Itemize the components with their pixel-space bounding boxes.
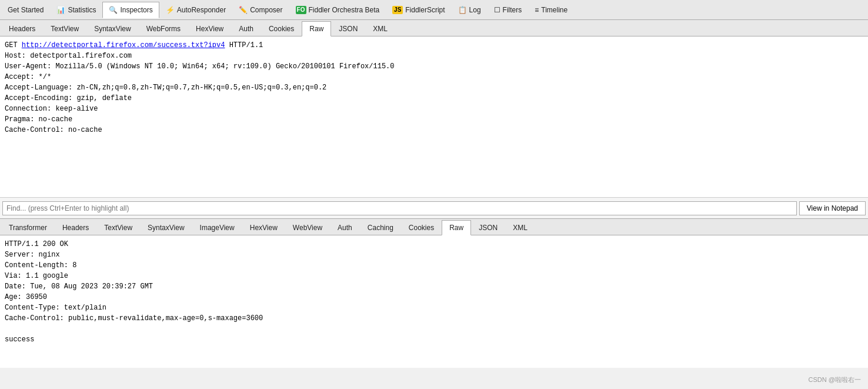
request-panel: GET http://detectportal.firefox.com/succ… (0, 36, 868, 219)
inspectors-label: Inspectors (120, 6, 152, 14)
timeline-icon: ≡ (535, 6, 539, 14)
log-label: Log (469, 6, 481, 14)
res-tab-transformer[interactable]: Transformer (1, 220, 55, 235)
get-started-label: Get Started (8, 6, 44, 14)
nav-log[interactable]: 📋 Log (452, 2, 488, 18)
response-content: HTTP/1.1 200 OK Server: nginx Content-Le… (0, 235, 868, 368)
autoresponder-label: AutoResponder (177, 6, 226, 14)
request-headers: Host: detectportal.firefox.com User-Agen… (5, 52, 395, 134)
request-tab-bar: Headers TextView SyntaxView WebForms Hex… (0, 20, 868, 36)
res-tab-textview[interactable]: TextView (96, 220, 140, 235)
filters-label: Filters (503, 6, 522, 14)
log-icon: 📋 (458, 6, 467, 14)
fiddler-orchestra-label: Fiddler Orchestra Beta (309, 6, 380, 14)
res-tab-xml[interactable]: XML (505, 220, 535, 235)
js-badge-icon: JS (392, 6, 403, 14)
filters-icon: ☐ (494, 6, 500, 14)
timeline-label: Timeline (541, 6, 567, 14)
view-notepad-button[interactable]: View in Notepad (799, 201, 866, 215)
request-method: GET (5, 41, 22, 49)
req-tab-xml[interactable]: XML (365, 21, 395, 36)
response-tab-bar: Transformer Headers TextView SyntaxView … (0, 219, 868, 235)
req-tab-cookies[interactable]: Cookies (261, 21, 302, 36)
res-tab-json[interactable]: JSON (471, 220, 505, 235)
inspectors-icon: 🔍 (109, 6, 118, 14)
request-content: GET http://detectportal.firefox.com/succ… (0, 36, 868, 197)
res-tab-cookies[interactable]: Cookies (401, 220, 442, 235)
res-tab-syntaxview[interactable]: SyntaxView (140, 220, 192, 235)
top-nav-bar: Get Started 📊 Statistics 🔍 Inspectors ⚡ … (0, 0, 868, 20)
res-tab-caching[interactable]: Caching (360, 220, 401, 235)
nav-fiddler-orchestra[interactable]: FO Fiddler Orchestra Beta (289, 2, 386, 18)
res-tab-hexview[interactable]: HexView (242, 220, 285, 235)
res-tab-imageview[interactable]: ImageView (192, 220, 242, 235)
nav-statistics[interactable]: 📊 Statistics (50, 2, 102, 18)
nav-composer[interactable]: ✏️ Composer (232, 2, 289, 18)
nav-autoresponder[interactable]: ⚡ AutoResponder (159, 2, 232, 18)
res-tab-auth[interactable]: Auth (330, 220, 360, 235)
find-input[interactable] (2, 201, 797, 215)
req-tab-textview[interactable]: TextView (43, 21, 86, 36)
find-bar: View in Notepad (0, 197, 868, 218)
req-tab-hexview[interactable]: HexView (188, 21, 231, 36)
nav-filters[interactable]: ☐ Filters (488, 2, 529, 18)
statistics-icon: 📊 (56, 6, 65, 14)
composer-icon: ✏️ (239, 6, 248, 14)
fo-badge-icon: FO (296, 6, 306, 14)
res-tab-webview[interactable]: WebView (285, 220, 330, 235)
res-tab-raw[interactable]: Raw (442, 220, 471, 235)
nav-inspectors[interactable]: 🔍 Inspectors (102, 2, 159, 18)
autoresponder-icon: ⚡ (166, 6, 175, 14)
req-tab-syntaxview[interactable]: SyntaxView (86, 21, 138, 36)
req-tab-webforms[interactable]: WebForms (139, 21, 188, 36)
statistics-label: Statistics (68, 6, 96, 14)
req-tab-raw[interactable]: Raw (302, 21, 331, 36)
request-url-link[interactable]: http://detectportal.firefox.com/success.… (22, 41, 225, 49)
req-tab-json[interactable]: JSON (331, 21, 365, 36)
composer-label: Composer (250, 6, 282, 14)
nav-timeline[interactable]: ≡ Timeline (528, 2, 574, 18)
nav-get-started[interactable]: Get Started (1, 2, 50, 18)
nav-fiddler-script[interactable]: JS FiddlerScript (386, 2, 451, 18)
res-tab-headers[interactable]: Headers (55, 220, 96, 235)
req-tab-headers[interactable]: Headers (1, 21, 43, 36)
fiddler-script-label: FiddlerScript (405, 6, 445, 14)
req-tab-auth[interactable]: Auth (231, 21, 261, 36)
request-protocol: HTTP/1.1 (225, 41, 263, 49)
response-panel: HTTP/1.1 200 OK Server: nginx Content-Le… (0, 235, 868, 368)
